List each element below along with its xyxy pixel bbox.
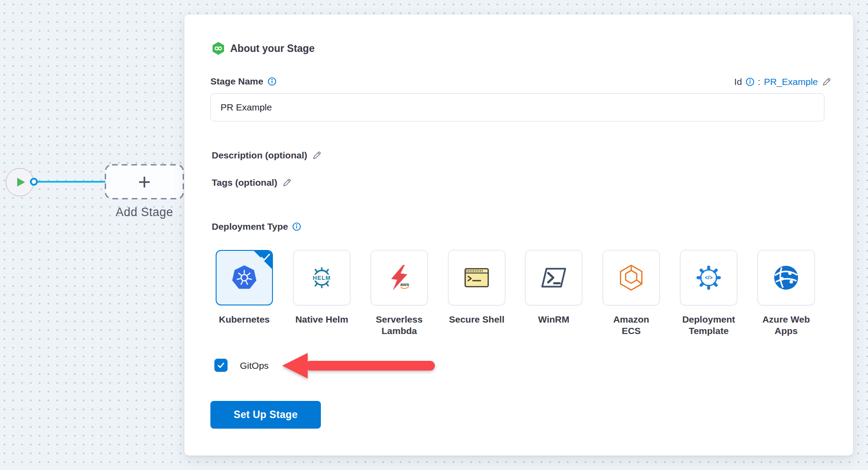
about-stage-panel: About your Stage Stage Name Id : PR_Exam…: [184, 15, 853, 455]
kubernetes-icon: [231, 264, 258, 291]
connector-port: [30, 178, 38, 186]
add-stage-label: Add Stage: [105, 206, 184, 219]
deployment-card-deployment-template[interactable]: </>: [680, 250, 737, 305]
winrm-icon: [540, 264, 567, 291]
deployment-type-label: Deployment Type: [212, 221, 288, 232]
edit-tags-pencil-icon[interactable]: [282, 177, 292, 188]
edit-id-pencil-icon[interactable]: [821, 77, 832, 87]
svg-text:</>: </>: [705, 275, 713, 281]
deployment-template-icon: </>: [695, 264, 722, 291]
page-title: About your Stage: [230, 43, 315, 55]
info-icon[interactable]: [268, 77, 276, 86]
deployment-card-label: Deployment Template: [670, 314, 747, 336]
svg-text:HELM: HELM: [313, 275, 331, 281]
deployment-card-label: Azure Web Apps: [747, 314, 825, 336]
secure-shell-icon: [463, 264, 490, 291]
info-icon[interactable]: [292, 222, 301, 231]
id-label: Id: [734, 77, 742, 87]
add-stage-node[interactable]: [104, 164, 184, 200]
description-row: Description (optional): [212, 150, 322, 161]
panel-header: About your Stage: [212, 42, 315, 55]
stage-name-input[interactable]: [210, 93, 824, 121]
set-up-stage-button[interactable]: Set Up Stage: [210, 401, 321, 429]
deployment-card-label: Serverless Lambda: [360, 314, 438, 336]
id-value: PR_Example: [764, 77, 818, 87]
add-stage-dashed-box: [104, 164, 184, 200]
harness-cd-icon: [212, 42, 225, 55]
deployment-card-secure-shell[interactable]: [448, 250, 505, 305]
stage-name-label: Stage Name: [210, 76, 263, 87]
svg-text:aws: aws: [401, 282, 409, 287]
stage-name-label-row: Stage Name: [210, 76, 276, 87]
deployment-card-label: Secure Shell: [438, 314, 515, 325]
play-icon: [17, 177, 26, 187]
stage-id-row: Id : PR_Example: [734, 77, 832, 87]
id-separator: :: [758, 77, 761, 87]
red-arrow-annotation: [281, 351, 438, 380]
deployment-card-amazon-ecs[interactable]: [603, 250, 660, 305]
deployment-card-serverless-lambda[interactable]: aws: [371, 250, 428, 305]
deployment-type-label-row: Deployment Type: [212, 221, 301, 232]
deployment-card-label: Amazon ECS: [592, 314, 670, 336]
check-icon: [261, 253, 270, 261]
gitops-checkbox[interactable]: [214, 359, 228, 372]
deployment-card-label: Kubernetes: [206, 314, 283, 325]
deployment-card-label: WinRM: [515, 314, 592, 325]
tags-row: Tags (optional): [212, 177, 292, 188]
deployment-card-winrm[interactable]: [525, 250, 582, 305]
info-icon[interactable]: [746, 77, 754, 86]
deployment-card-label: Native Helm: [283, 314, 360, 325]
azure-web-apps-icon: [772, 264, 800, 291]
deployment-card-kubernetes[interactable]: [216, 250, 273, 305]
serverless-lambda-icon: aws: [386, 264, 413, 291]
deployment-card-native-helm[interactable]: HELM: [293, 250, 350, 305]
description-label: Description (optional): [212, 150, 307, 161]
check-icon: [217, 361, 225, 370]
edit-description-pencil-icon[interactable]: [312, 150, 322, 161]
gitops-label: GitOps: [240, 360, 268, 371]
connector-line: [37, 181, 106, 183]
amazon-ecs-icon: [618, 264, 645, 291]
helm-icon: HELM: [308, 264, 335, 291]
deployment-card-azure-web-apps[interactable]: [758, 250, 815, 305]
tags-label: Tags (optional): [212, 177, 277, 188]
